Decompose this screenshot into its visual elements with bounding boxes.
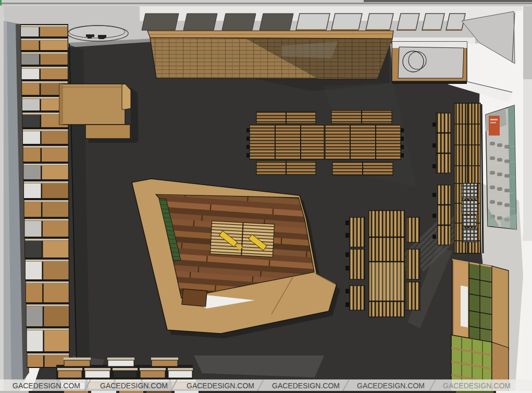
svg-text:GACEDESIGN.COM: GACEDESIGN.COM — [272, 381, 340, 390]
svg-text:GACEDESIGN.COM: GACEDESIGN.COM — [357, 381, 425, 390]
svg-text:GACEDESIGN.COM: GACEDESIGN.COM — [187, 381, 254, 390]
svg-text:GACEDESIGN.COM: GACEDESIGN.COM — [100, 381, 168, 390]
svg-text:GACEDESIGN.COM: GACEDESIGN.COM — [443, 381, 511, 390]
svg-text:GACEDESIGN.COM: GACEDESIGN.COM — [13, 381, 80, 390]
